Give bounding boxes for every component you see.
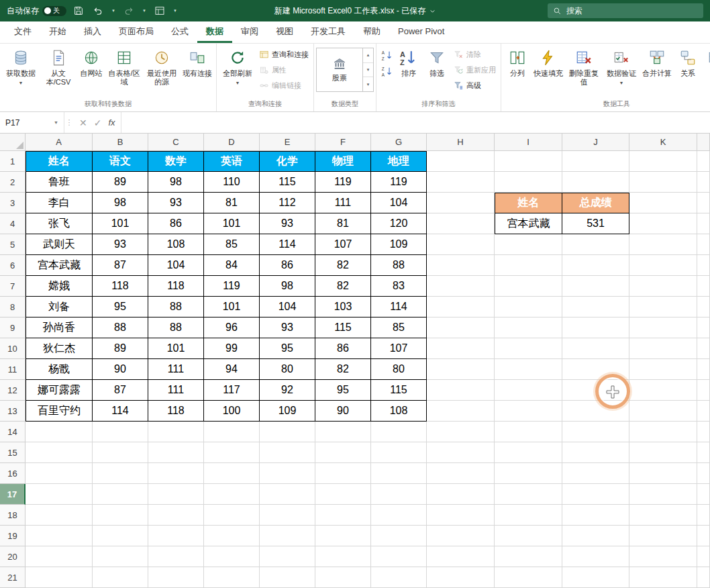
cell-C15[interactable] (148, 442, 204, 463)
cell-D11[interactable]: 94 (204, 359, 260, 380)
cell-E8[interactable]: 104 (260, 297, 315, 317)
column-header-B[interactable]: B (93, 134, 148, 151)
cell-J5[interactable] (562, 234, 629, 255)
cell-B16[interactable] (93, 463, 148, 484)
cell-B20[interactable] (93, 546, 148, 567)
cell-H14[interactable] (427, 422, 495, 442)
cell-F2[interactable]: 119 (315, 172, 371, 193)
tab-页面布局[interactable]: 页面布局 (110, 21, 162, 43)
cell-F16[interactable] (315, 463, 371, 484)
text-to-columns-button[interactable]: 分列 (503, 45, 531, 79)
cell-G12[interactable]: 115 (371, 380, 427, 401)
cell-F3[interactable]: 111 (315, 193, 371, 213)
cell-A20[interactable] (26, 546, 93, 567)
cell-K18[interactable] (629, 505, 697, 526)
cell-K19[interactable] (629, 526, 697, 546)
cell-I4[interactable]: 宫本武藏 (495, 213, 562, 234)
cell-D4[interactable]: 101 (204, 213, 260, 234)
cell-F4[interactable]: 81 (315, 213, 371, 234)
cell-K6[interactable] (629, 255, 697, 276)
row-header-3[interactable]: 3 (0, 193, 26, 213)
cell-F13[interactable]: 90 (315, 401, 371, 422)
cell-A11[interactable]: 杨戬 (26, 359, 93, 380)
cell-A17[interactable] (26, 484, 93, 505)
cell-J7[interactable] (562, 276, 629, 297)
cell-A15[interactable] (26, 442, 93, 463)
cell-A18[interactable] (26, 505, 93, 526)
cell-I17[interactable] (495, 484, 562, 505)
gallery-up-icon[interactable]: ▲ (363, 48, 373, 62)
row-header-18[interactable]: 18 (0, 505, 26, 526)
cell-C12[interactable]: 111 (148, 380, 204, 401)
sort-az-button[interactable]: AZ (378, 48, 395, 62)
cell-C1[interactable]: 数学 (148, 151, 204, 172)
from-table-range-button[interactable]: 自表格/区域 (105, 45, 143, 88)
cell-I9[interactable] (495, 317, 562, 338)
cell-A3[interactable]: 李白 (26, 193, 93, 213)
cell-G18[interactable] (371, 505, 427, 526)
cell-J12[interactable] (562, 380, 629, 401)
cell-B7[interactable]: 118 (93, 276, 148, 297)
cell-K3[interactable] (629, 193, 697, 213)
tab-开发工具[interactable]: 开发工具 (302, 21, 354, 43)
cell-H9[interactable] (427, 317, 495, 338)
cell-J2[interactable] (562, 172, 629, 193)
relationships-button[interactable]: 关系 (674, 45, 702, 79)
cell-I13[interactable] (495, 401, 562, 422)
cell-I6[interactable] (495, 255, 562, 276)
cell-E10[interactable]: 95 (260, 338, 315, 359)
redo-dropdown-icon[interactable]: ▼ (141, 3, 148, 19)
tab-数据[interactable]: 数据 (197, 21, 232, 43)
cell-D8[interactable]: 101 (204, 297, 260, 317)
cell-B8[interactable]: 95 (93, 297, 148, 317)
cell-I18[interactable] (495, 505, 562, 526)
cell-G11[interactable]: 80 (371, 359, 427, 380)
cell-B18[interactable] (93, 505, 148, 526)
gallery-more-icon[interactable]: ▼ (363, 77, 373, 91)
flash-fill-button[interactable]: 快速填充 (531, 45, 565, 79)
cell-I14[interactable] (495, 422, 562, 442)
cell-K12[interactable] (629, 380, 697, 401)
cell-C20[interactable] (148, 546, 204, 567)
cell-B17[interactable] (93, 484, 148, 505)
cell-G15[interactable] (371, 442, 427, 463)
cell-F20[interactable] (315, 546, 371, 567)
cell-F10[interactable]: 86 (315, 338, 371, 359)
cell-G21[interactable] (371, 567, 427, 588)
cell-B10[interactable]: 89 (93, 338, 148, 359)
cell-D9[interactable]: 96 (204, 317, 260, 338)
cell-H10[interactable] (427, 338, 495, 359)
enter-button[interactable]: ✓ (94, 117, 102, 128)
row-header-1[interactable]: 1 (0, 151, 26, 172)
cell-B3[interactable]: 98 (93, 193, 148, 213)
column-header-E[interactable]: E (260, 134, 315, 151)
tab-审阅[interactable]: 审阅 (232, 21, 267, 43)
row-header-12[interactable]: 12 (0, 380, 26, 401)
cell-K13[interactable] (629, 401, 697, 422)
cell-F14[interactable] (315, 422, 371, 442)
cell-C2[interactable]: 98 (148, 172, 204, 193)
cell-J16[interactable] (562, 463, 629, 484)
cell-C10[interactable]: 101 (148, 338, 204, 359)
cell-B13[interactable]: 114 (93, 401, 148, 422)
cell-B11[interactable]: 90 (93, 359, 148, 380)
remove-duplicates-button[interactable]: 删除重复值 (565, 45, 603, 88)
sort-za-button[interactable]: ZA (378, 64, 395, 79)
stocks-gallery-item[interactable]: 股票 (317, 48, 362, 91)
cell-H1[interactable] (427, 151, 495, 172)
cell-F19[interactable] (315, 526, 371, 546)
search-box[interactable]: 搜索 (548, 3, 703, 18)
cell-H11[interactable] (427, 359, 495, 380)
cell-A4[interactable]: 张飞 (26, 213, 93, 234)
cell-B12[interactable]: 87 (93, 380, 148, 401)
refresh-all-button[interactable]: 全部刷新 ▼ (219, 45, 256, 88)
cell-K7[interactable] (629, 276, 697, 297)
cell-J3[interactable]: 总成绩 (562, 193, 629, 213)
reapply-button[interactable]: 重新应用 (451, 63, 499, 77)
tab-视图[interactable]: 视图 (267, 21, 302, 43)
cell-H8[interactable] (427, 297, 495, 317)
cell-H12[interactable] (427, 380, 495, 401)
cell-K2[interactable] (629, 172, 697, 193)
row-header-4[interactable]: 4 (0, 213, 26, 234)
cell-I3[interactable]: 姓名 (495, 193, 562, 213)
